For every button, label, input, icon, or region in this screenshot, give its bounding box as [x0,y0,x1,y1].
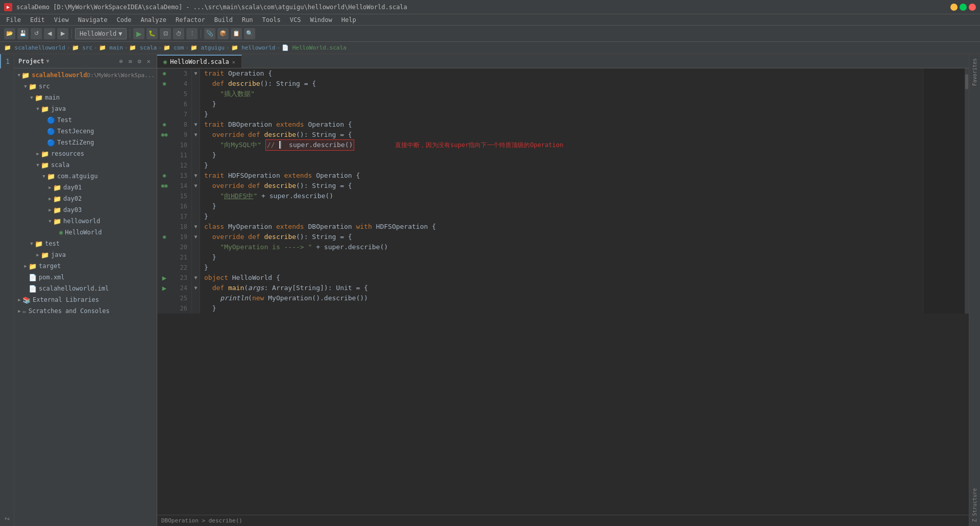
run-button[interactable]: ▶ [133,28,144,39]
search-btn[interactable]: 🔍 [244,28,255,39]
code-editor[interactable]: ◉ ◉ ◉ ◉◉ ◉ ◉◉ ◉ [157,68,969,515]
attach-btn[interactable]: 📎 [204,28,215,39]
debug-button[interactable]: 🐛 [146,28,158,39]
menu-item-edit[interactable]: Edit [26,15,49,25]
editor-tab-helloworld[interactable]: ◉ HelloWorld.scala ✕ [157,55,242,68]
more-run-btn[interactable]: ⋮ [186,28,198,39]
gutter-9: ◉◉ [157,130,172,140]
z-structure-tab[interactable]: Z Structure [970,484,979,526]
bc-item-1[interactable]: 📁 src [72,44,93,51]
tree-item-testjava[interactable]: ▶ 📁 java [14,249,157,260]
menu-item-refactor[interactable]: Refactor [172,15,209,25]
menu-item-navigate[interactable]: Navigate [74,15,112,25]
close-button[interactable] [969,4,976,11]
toolbar-save-btn[interactable]: 💾 [17,28,29,39]
tree-item-java[interactable]: ▼ 📁 java [14,103,157,114]
toolbar-refresh-btn[interactable]: ↺ [31,28,42,39]
project-header-icons: ⊕ ≡ ⚙ ✕ [117,57,153,65]
tree-item-helloworldfile[interactable]: ◉ HelloWorld [14,227,157,238]
tree-item-src[interactable]: ▼ 📁 src [14,81,157,92]
tree-item-helloworld[interactable]: ▼ 📁 helloworld [14,216,157,227]
fold-3[interactable]: ▼ [194,68,197,79]
favorites-tab[interactable]: Favorites [970,54,979,90]
tab-close-icon[interactable]: ✕ [232,59,235,65]
toolbar-sep3 [201,29,201,38]
menu-item-help[interactable]: Help [337,15,360,25]
toolbar-back-btn[interactable]: ◀ [44,28,55,39]
profile-button[interactable]: ⏱ [173,28,184,39]
project-panel: Project ▼ ⊕ ≡ ⚙ ✕ ▼ 📁 scalahelloworld D:… [14,54,157,526]
fold-19[interactable]: ▼ [194,232,197,242]
code-line-12: } [204,160,923,171]
maximize-button[interactable] [960,4,967,11]
tree-item-resources[interactable]: ▶ 📁 resources [14,148,157,159]
code-line-3: trait Operation { [204,68,923,79]
fold-24[interactable]: ▼ [194,283,197,293]
fold-13[interactable]: ▼ [194,171,197,181]
bc-item-6[interactable]: 📁 helloworld [231,44,276,51]
toolbar-open-btn[interactable]: 📂 [4,28,15,39]
code-line-19: override def describe(): String = { [204,232,923,242]
tree-item-day02[interactable]: ▶ 📁 day02 [14,193,157,204]
bc-item-2[interactable]: 📁 main [99,44,123,51]
coverage-button[interactable]: ⊡ [160,28,171,39]
project-dropdown-arrow[interactable]: ▼ [46,58,50,64]
add-icon[interactable]: ⊕ [117,57,125,65]
tree-item-main[interactable]: ▼ 📁 main [14,92,157,103]
tree-item-test[interactable]: 🔵 Test [14,114,157,126]
tree-item-pom[interactable]: 📄 pom.xml [14,272,157,283]
bc-item-3[interactable]: 📁 scala [129,44,157,51]
tree-item-iml[interactable]: 📄 scalahelloworld.iml [14,283,157,294]
fold-14[interactable]: ▼ [194,181,197,191]
menu-item-window[interactable]: Window [306,15,336,25]
tree-item-scala[interactable]: ▼ 📁 scala [14,159,157,171]
code-line-14: override def describe(): String = { [204,181,923,191]
code-line-8: trait DBOperation extends Operation { [204,119,923,130]
tree-item-testzizeng[interactable]: 🔵 TestZiZeng [14,137,157,148]
code-line-26: } [204,303,923,314]
tree-item-testdir[interactable]: ▼ 📁 test [14,238,157,249]
filter-icon[interactable]: ≡ [126,57,134,65]
code-line-7: } [204,109,923,119]
tree-item-root[interactable]: ▼ 📁 scalahelloworld D:\MyWork\WorkSpa... [14,69,157,81]
menu-item-tools[interactable]: Tools [258,15,285,25]
editor-tabs: ◉ HelloWorld.scala ✕ [157,54,969,68]
fold-18[interactable]: ▼ [194,222,197,232]
menu-item-code[interactable]: Code [113,15,136,25]
bc-item-7[interactable]: 📄 HelloWorld.scala [282,44,347,51]
code-line-5: "插入数据" [204,89,923,99]
close-panel-icon[interactable]: ✕ [144,57,153,65]
project-tab-icon[interactable]: 1 [0,54,14,68]
toolbar-forward-btn[interactable]: ▶ [57,28,68,39]
sdk-btn[interactable]: 📦 [217,28,229,39]
code-line-23: object HelloWorld { [204,273,923,283]
fold-9[interactable]: ▼ [194,130,197,140]
tree-item-comatguigu[interactable]: ▼ 📁 com.atguigu [14,171,157,182]
menu-item-run[interactable]: Run [238,15,257,25]
tree-item-testjeceng[interactable]: 🔵 TestJeceng [14,126,157,137]
vertical-scrollbar[interactable] [965,68,969,314]
structure-tab-icon[interactable]: Z [0,512,14,526]
tree-item-scratches[interactable]: ▶ ✏️ Scratches and Consoles [14,305,157,317]
menu-item-build[interactable]: Build [210,15,237,25]
tree-item-target[interactable]: ▶ 📁 target [14,260,157,272]
bc-item-0[interactable]: 📁 scalahelloworld [4,44,65,51]
tree-item-day03[interactable]: ▶ 📁 day03 [14,204,157,216]
settings-icon[interactable]: ⚙ [135,57,143,65]
tree-item-extlibs[interactable]: ▶ 📚 External Libraries [14,294,157,305]
maven-btn[interactable]: 📋 [231,28,242,39]
menu-item-vcs[interactable]: VCS [286,15,305,25]
menu-item-view[interactable]: View [50,15,73,25]
menu-bar: FileEditViewNavigateCodeAnalyzeRefactorB… [0,14,980,26]
tree-item-day01[interactable]: ▶ 📁 day01 [14,182,157,193]
fold-8[interactable]: ▼ [194,119,197,130]
bc-sep-6: › [277,44,280,51]
gutter-4: ◉ [157,79,172,89]
menu-item-analyze[interactable]: Analyze [136,15,170,25]
bc-item-5[interactable]: 📁 atguigu [190,44,225,51]
fold-23[interactable]: ▼ [194,273,197,283]
run-config-dropdown[interactable]: HelloWorld ▼ [75,28,127,39]
menu-item-file[interactable]: File [2,15,25,25]
bc-item-4[interactable]: 📁 com [163,44,184,51]
minimize-button[interactable] [950,4,958,11]
